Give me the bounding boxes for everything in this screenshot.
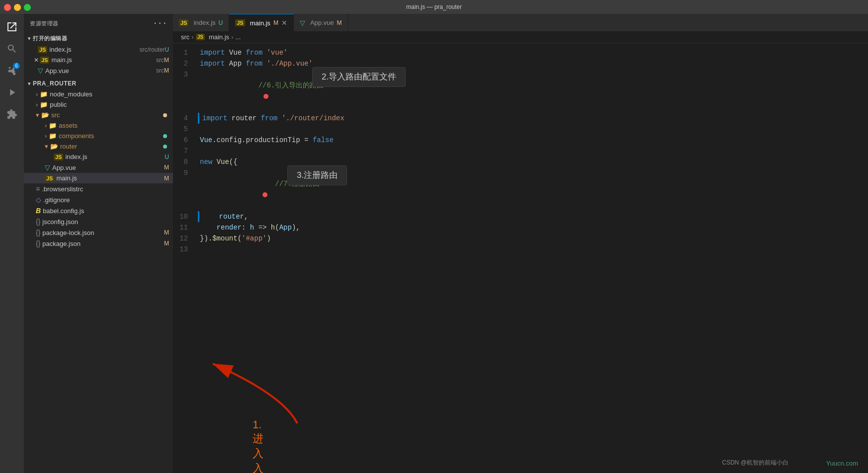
- code-line-6: 6 Vue.config.productionTip = false: [173, 135, 868, 146]
- tab-main-js[interactable]: JS main.js M ✕: [229, 14, 294, 31]
- router-modified-dot: [163, 145, 167, 149]
- breadcrumb-main-js: main.js: [209, 33, 229, 41]
- source-control-badge: 6: [13, 63, 20, 69]
- package-lock-file[interactable]: {} package-lock.json M: [24, 227, 173, 238]
- babel-config-name: babel.config.js: [43, 207, 169, 215]
- tab-index-js-icon: JS: [179, 19, 188, 26]
- public-folder[interactable]: › 📁 public: [24, 99, 173, 110]
- router-folder-icon: 📂: [50, 143, 58, 150]
- src-app-vue-badge: M: [164, 164, 169, 171]
- router-index-js-name: index.js: [65, 153, 165, 160]
- line-content-6: Vue.config.productionTip = false: [198, 135, 868, 146]
- babel-config-file[interactable]: B babel.config.js: [24, 205, 173, 216]
- open-editor-index-js[interactable]: JS index.js src/router U: [24, 44, 173, 55]
- jsconfig-file[interactable]: {} jsconfig.json: [24, 216, 173, 227]
- sidebar-title: 资源管理器: [30, 20, 59, 27]
- maximize-window-button[interactable]: [24, 4, 31, 11]
- node-modules-name: node_modules: [50, 90, 169, 98]
- gitignore-file[interactable]: ◇ .gitignore: [24, 194, 173, 205]
- open-editor-index-js-name: index.js: [49, 46, 137, 53]
- browserslistrc-file[interactable]: ≡ .browserslistrc: [24, 183, 173, 194]
- line-num-12: 12: [173, 233, 198, 244]
- extensions-activity-icon[interactable]: [3, 105, 21, 123]
- assets-folder[interactable]: › 📁 assets: [24, 120, 173, 131]
- src-main-js-badge: M: [164, 175, 169, 182]
- run-activity-icon[interactable]: [3, 83, 21, 101]
- project-section-header[interactable]: ▾ PRA_ROUTER: [24, 78, 173, 89]
- open-editor-app-vue-path: src: [156, 67, 164, 74]
- tabs-bar: JS index.js U JS main.js M ✕ ▽ App.vue M: [173, 14, 868, 31]
- minimize-window-button[interactable]: [14, 4, 21, 11]
- package-json-badge: M: [164, 240, 169, 247]
- babel-icon: B: [36, 207, 41, 215]
- breadcrumb-sep2: ›: [231, 33, 233, 41]
- close-window-button[interactable]: [4, 4, 11, 11]
- open-editor-main-js-close[interactable]: ✕: [34, 57, 39, 64]
- package-lock-badge: M: [164, 229, 169, 236]
- register-router-tooltip-text: 3.注册路由: [297, 170, 338, 180]
- assets-folder-icon: 📁: [49, 122, 57, 129]
- tab-index-js[interactable]: JS index.js U: [173, 14, 229, 31]
- tab-app-vue[interactable]: ▽ App.vue M: [294, 14, 348, 31]
- open-editor-main-js[interactable]: ✕ JS main.js src M: [24, 55, 173, 65]
- components-folder-icon: 📁: [49, 132, 57, 140]
- code-editor[interactable]: 1 import Vue from 'vue' 2 import App fro…: [173, 43, 868, 473]
- line-num-11: 11: [173, 222, 198, 233]
- router-folder[interactable]: ▾ 📂 router: [24, 141, 173, 152]
- title-bar: main.js — pra_router: [0, 0, 868, 14]
- components-modified-dot: [163, 134, 167, 138]
- node-modules-folder[interactable]: › 📁 node_modules: [24, 89, 173, 99]
- line-content-1: import Vue from 'vue': [198, 47, 868, 58]
- src-main-js[interactable]: JS main.js M: [24, 173, 173, 183]
- package-json-file[interactable]: {} package.json M: [24, 238, 173, 249]
- js-file-icon: JS: [38, 46, 47, 53]
- line-content-11: render: h => h(App),: [198, 222, 868, 233]
- line-num-7: 7: [173, 146, 198, 157]
- tab-app-vue-badge: M: [337, 19, 342, 26]
- sidebar-more-button[interactable]: ···: [153, 19, 167, 28]
- open-editor-main-js-path: src: [156, 57, 164, 64]
- line9-dot: [262, 192, 267, 197]
- src-folder-icon: 📂: [41, 111, 49, 119]
- line3-dot: [263, 94, 268, 99]
- router-index-js-badge: U: [165, 154, 169, 160]
- title-bar-text: main.js — pra_router: [406, 3, 462, 10]
- assets-chevron: ›: [45, 122, 47, 129]
- code-line-7: 7: [173, 146, 868, 157]
- src-modified-dot: [163, 113, 167, 117]
- open-editor-app-vue[interactable]: ▽ App.vue src M: [24, 65, 173, 76]
- line-num-8: 8: [173, 157, 198, 167]
- tab-main-js-close[interactable]: ✕: [281, 19, 287, 27]
- src-main-js-icon: JS: [45, 175, 54, 182]
- gitignore-name: .gitignore: [43, 196, 169, 204]
- sidebar-header: 资源管理器 ···: [24, 14, 173, 33]
- open-editors-section-header[interactable]: ▾ 打开的编辑器: [24, 33, 173, 44]
- src-folder[interactable]: ▾ 📂 src: [24, 110, 173, 120]
- project-chevron: ▾: [28, 80, 31, 87]
- tab-index-js-label: index.js: [193, 19, 215, 26]
- activity-bar: 6: [0, 14, 24, 473]
- editor-area: JS index.js U JS main.js M ✕ ▽ App.vue M: [173, 14, 868, 473]
- line-num-1: 1: [173, 47, 198, 58]
- breadcrumb-sep1: ›: [191, 33, 193, 41]
- public-folder-icon: 📁: [40, 101, 48, 108]
- vue-file-icon: ▽: [38, 67, 43, 75]
- open-editor-main-js-name: main.js: [51, 56, 154, 64]
- router-index-js[interactable]: JS index.js U: [24, 152, 173, 162]
- router-name: router: [60, 143, 163, 150]
- import-router-tooltip: 2.导入路由配置文件: [312, 67, 406, 87]
- src-app-vue[interactable]: ▽ App.vue M: [24, 162, 173, 173]
- jsconfig-icon: {}: [36, 218, 40, 226]
- explorer-activity-icon[interactable]: [3, 18, 21, 36]
- open-editor-app-vue-name: App.vue: [45, 67, 154, 75]
- search-activity-icon[interactable]: [3, 40, 21, 58]
- line-num-3: 3: [173, 69, 198, 80]
- project-label: PRA_ROUTER: [33, 80, 77, 87]
- line-content-3: //6.引入导出的路由: [198, 69, 868, 113]
- line-num-4: 4: [173, 113, 198, 124]
- line-content-4: import router from './router/index: [199, 113, 868, 124]
- sidebar: 资源管理器 ··· ▾ 打开的编辑器 JS index.js src/route…: [24, 14, 173, 473]
- tab-app-vue-label: App.vue: [310, 19, 334, 26]
- components-folder[interactable]: › 📁 components: [24, 131, 173, 141]
- source-control-activity-icon[interactable]: 6: [3, 62, 21, 79]
